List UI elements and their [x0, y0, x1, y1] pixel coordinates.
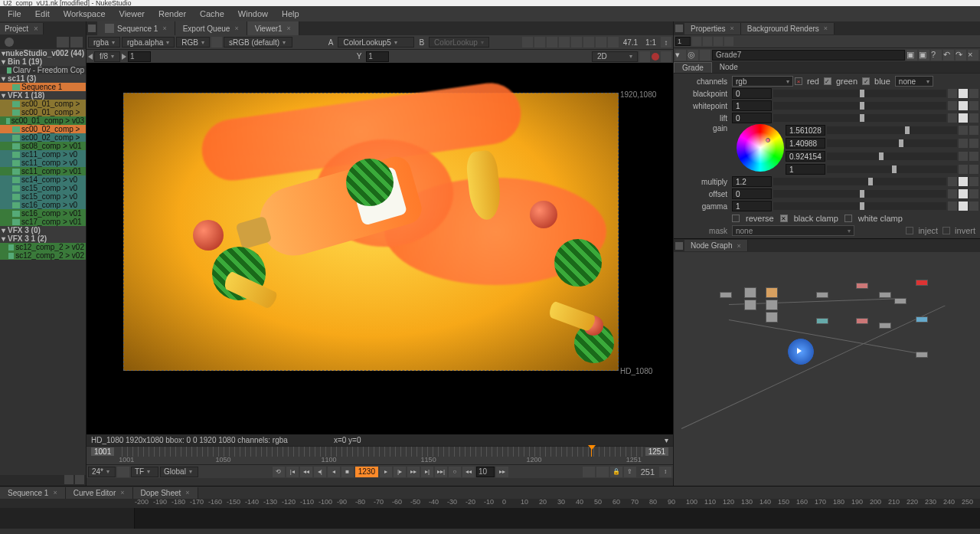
panel-menu-icon[interactable] — [674, 242, 684, 250]
color-swatch[interactable] — [959, 113, 968, 123]
tree-row[interactable]: sc00_01_comp > — [0, 108, 86, 116]
whitepoint-input[interactable] — [732, 100, 772, 111]
stop-icon[interactable]: ■ — [341, 467, 354, 477]
graph-node[interactable] — [766, 300, 778, 310]
tree-row[interactable]: sc11_comp > v0 — [0, 159, 86, 167]
prev-clip-icon[interactable] — [64, 475, 74, 484]
menu-file[interactable]: File — [2, 8, 28, 20]
tree-row[interactable]: Sequence 1 — [0, 83, 86, 91]
close-icon[interactable]: × — [824, 25, 828, 32]
menu-workspace[interactable]: Workspace — [57, 8, 112, 20]
color-swatch[interactable] — [959, 177, 968, 186]
clip-warning-icon[interactable] — [211, 37, 222, 48]
wrench-icon[interactable] — [714, 37, 723, 46]
project-root[interactable]: ▾nukeStudio_v002 (44) — [0, 49, 86, 57]
bottom-ruler[interactable]: -200-190-180-170-160-150-140-130-120-110… — [0, 499, 980, 508]
blackpoint-slider[interactable] — [773, 90, 946, 97]
refresh-icon[interactable] — [583, 37, 594, 48]
bottom-tracks[interactable] — [0, 508, 980, 529]
menu-viewer[interactable]: Viewer — [113, 8, 151, 20]
colorspace-dropdown[interactable]: sRGB (default) — [224, 37, 292, 48]
next-clip-icon[interactable] — [75, 475, 84, 484]
anim-icon[interactable] — [948, 101, 957, 110]
go-start-icon[interactable]: |◂ — [286, 467, 299, 477]
red-x-icon[interactable] — [795, 77, 802, 85]
lift-slider[interactable] — [773, 114, 946, 122]
fstop-input[interactable] — [128, 51, 151, 62]
overlay-icon[interactable] — [534, 37, 545, 48]
tree-row[interactable]: ▾VFX 3 (0) — [0, 226, 86, 234]
settings-icon[interactable] — [661, 51, 671, 62]
close-icon[interactable]: × — [737, 242, 740, 250]
graph-node[interactable] — [916, 352, 928, 358]
channel-dropdown[interactable]: RGB — [176, 37, 210, 48]
out-frame[interactable]: 1251 — [645, 447, 668, 456]
invert-check[interactable] — [942, 227, 950, 234]
tree-row[interactable]: sc00_01_comp > — [0, 100, 86, 108]
close-icon[interactable]: × — [185, 489, 189, 496]
offset-input[interactable] — [732, 188, 772, 199]
graph-node[interactable] — [916, 316, 928, 323]
current-frame[interactable]: 1230 — [355, 467, 378, 477]
anim-icon[interactable] — [959, 152, 968, 161]
close-icon[interactable]: × — [287, 25, 291, 32]
redo-icon[interactable]: ↷ — [956, 50, 966, 61]
gain-a-slider[interactable] — [827, 165, 957, 173]
menu-help[interactable]: Help — [276, 8, 305, 20]
expand-icon[interactable] — [969, 165, 978, 174]
tab-sequence1[interactable]: Sequence 1 × — [97, 21, 175, 35]
next-icon[interactable] — [122, 54, 126, 60]
whiteclamp-check[interactable] — [844, 215, 852, 222]
anim-icon[interactable] — [948, 189, 957, 198]
extra-channel-dropdown[interactable]: none — [895, 76, 933, 87]
step-back-icon[interactable]: ◂| — [314, 467, 326, 477]
expand-icon[interactable] — [969, 139, 978, 148]
buffer-a-dropdown[interactable]: ColorLookup5 — [338, 37, 414, 48]
alpha-dropdown[interactable]: rgba.alpha — [122, 37, 175, 48]
expand-icon[interactable] — [969, 201, 978, 211]
tc-dropdown[interactable]: TF — [131, 467, 158, 477]
color-wheel-handle[interactable] — [766, 138, 770, 143]
export-icon[interactable]: ⇪ — [624, 467, 636, 477]
center-icon[interactable]: ◎ — [688, 50, 698, 61]
graph-node[interactable] — [766, 312, 778, 323]
tab-viewer1[interactable]: Viewer1 × — [247, 21, 299, 35]
node-name-input[interactable] — [712, 50, 905, 61]
loop-icon[interactable]: ⟲ — [273, 467, 285, 477]
close-icon[interactable]: × — [162, 25, 166, 32]
next-key-icon[interactable]: ▸▸ — [407, 467, 420, 477]
expand-icon[interactable]: ↕ — [661, 37, 671, 48]
tree-row[interactable]: sc17_comp > v01 — [0, 218, 86, 226]
blue-check[interactable]: ✓ — [862, 77, 870, 85]
menu-edit[interactable]: Edit — [29, 8, 56, 20]
ram-icon[interactable] — [608, 37, 619, 48]
playhead[interactable] — [591, 447, 592, 457]
gamma-input[interactable] — [732, 201, 772, 211]
tree-row[interactable]: sc15_comp > v0 — [0, 192, 86, 201]
record-icon[interactable] — [652, 53, 659, 61]
view-thumb-icon[interactable] — [57, 37, 69, 48]
anim-icon[interactable] — [959, 126, 968, 135]
green-check[interactable]: ✓ — [824, 77, 831, 85]
monitor-icon[interactable] — [583, 467, 595, 477]
tree-row[interactable]: sc16_comp > v01 — [0, 209, 86, 218]
tab-export-queue[interactable]: Export Queue × — [175, 21, 247, 35]
tree-row[interactable]: sc12_comp_2 > v02 — [0, 243, 86, 251]
gain-a-input[interactable] — [786, 164, 825, 175]
tree-row[interactable]: ▾Bin 1 (19) — [0, 57, 86, 66]
y-input[interactable] — [366, 51, 389, 62]
tab-sequence1-bottom[interactable]: Sequence 1× — [0, 487, 66, 499]
tree-row[interactable]: Clarv - Freedom Cop — [0, 66, 86, 74]
gain-g-input[interactable] — [786, 138, 825, 149]
play-back-icon[interactable]: ◂ — [328, 467, 340, 477]
anim-icon[interactable] — [948, 113, 957, 123]
color-swatch[interactable] — [959, 189, 968, 198]
expand-icon[interactable] — [969, 177, 978, 186]
expand-icon[interactable] — [969, 89, 978, 98]
pick-icon[interactable] — [639, 51, 650, 62]
gain-r-input[interactable] — [786, 125, 825, 136]
graph-node[interactable] — [816, 318, 828, 324]
step-size-input[interactable] — [476, 467, 495, 477]
tab-dope-sheet[interactable]: Dope Sheet× — [133, 487, 198, 499]
step-fwd-icon[interactable]: |▸ — [394, 467, 406, 477]
